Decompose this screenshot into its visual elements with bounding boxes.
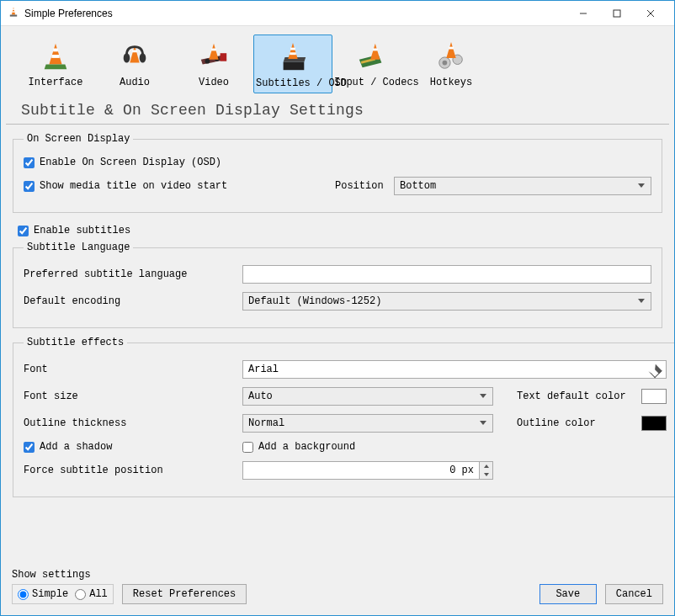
titlebar: Simple Preferences xyxy=(1,1,674,26)
add-shadow-checkbox[interactable]: Add a shadow xyxy=(24,441,234,453)
category-tabs: Interface Audio Video Subtitles / OSD In… xyxy=(1,26,674,98)
preferred-language-input[interactable] xyxy=(242,265,651,284)
cone-icon xyxy=(18,40,93,73)
simple-radio-input[interactable] xyxy=(18,589,29,600)
tab-interface[interactable]: Interface xyxy=(16,35,95,93)
cancel-button[interactable]: Cancel xyxy=(605,584,663,604)
film-cone-icon xyxy=(176,40,252,73)
language-legend: Subtitle Language xyxy=(24,242,133,253)
force-position-spinner[interactable] xyxy=(479,462,492,479)
enable-subtitles-checkbox[interactable]: Enable subtitles xyxy=(18,225,130,236)
default-encoding-label: Default encoding xyxy=(24,295,234,307)
tab-input[interactable]: Input / Codecs xyxy=(332,35,412,93)
save-button[interactable]: Save xyxy=(539,584,597,604)
add-shadow-input[interactable] xyxy=(24,442,35,453)
svg-rect-21 xyxy=(221,53,227,61)
svg-marker-11 xyxy=(45,65,67,70)
simple-radio[interactable]: Simple xyxy=(18,588,68,600)
tab-video-label: Video xyxy=(176,77,252,88)
force-position-input[interactable] xyxy=(242,461,493,480)
enable-osd-checkbox[interactable]: Enable On Screen Display (OSD) xyxy=(24,157,221,168)
show-media-title-input[interactable] xyxy=(24,181,35,192)
svg-point-15 xyxy=(140,53,146,62)
svg-rect-20 xyxy=(211,49,216,51)
svg-marker-36 xyxy=(484,465,489,468)
svg-rect-1 xyxy=(13,9,14,10)
osd-group: On Screen Display Enable On Screen Displ… xyxy=(13,133,662,213)
add-shadow-label: Add a shadow xyxy=(40,441,112,453)
close-button[interactable] xyxy=(634,2,667,25)
app-icon xyxy=(8,6,19,20)
font-size-select[interactable] xyxy=(242,387,493,406)
effects-legend: Subtitle effects xyxy=(24,337,127,348)
svg-marker-0 xyxy=(12,7,15,14)
all-radio[interactable]: All xyxy=(75,588,108,600)
svg-rect-25 xyxy=(290,48,295,50)
tab-subtitles[interactable]: Subtitles / OSD xyxy=(253,35,332,93)
svg-marker-22 xyxy=(284,62,305,71)
outline-thickness-label: Outline thickness xyxy=(24,417,234,429)
maximize-button[interactable] xyxy=(600,2,634,25)
force-position-label: Force subtitle position xyxy=(24,465,234,476)
enable-subtitles-label: Enable subtitles xyxy=(34,225,130,236)
svg-marker-37 xyxy=(484,473,489,476)
all-radio-label: All xyxy=(89,588,108,600)
svg-point-14 xyxy=(124,53,130,62)
position-label: Position xyxy=(335,180,385,192)
svg-rect-35 xyxy=(449,47,454,50)
tab-audio-label: Audio xyxy=(97,77,173,88)
font-size-label: Font size xyxy=(24,390,234,402)
svg-marker-19 xyxy=(209,44,218,60)
outline-color-swatch[interactable] xyxy=(641,416,667,431)
outline-thickness-select[interactable] xyxy=(242,414,493,433)
svg-rect-5 xyxy=(614,10,620,17)
svg-rect-9 xyxy=(53,49,58,52)
page-title: Subtitle & On Screen Display Settings xyxy=(6,98,669,125)
headphones-cone-icon xyxy=(97,40,173,73)
subtitle-language-group: Subtitle Language Preferred subtitle lan… xyxy=(13,242,662,328)
svg-rect-26 xyxy=(290,52,296,55)
window-title-wrap: Simple Preferences xyxy=(8,6,566,20)
default-encoding-select[interactable] xyxy=(242,292,651,311)
gear-cone-icon xyxy=(413,40,489,73)
spin-down-icon[interactable] xyxy=(479,470,492,479)
subtitle-effects-group: Subtitle effects Font Font size Text def… xyxy=(13,337,675,497)
svg-marker-34 xyxy=(446,42,455,58)
tab-input-label: Input / Codecs xyxy=(334,77,410,88)
card-cone-icon xyxy=(334,40,410,73)
svg-marker-8 xyxy=(49,44,61,65)
add-background-label: Add a background xyxy=(258,441,355,453)
add-background-input[interactable] xyxy=(242,442,253,453)
font-select[interactable] xyxy=(242,360,667,379)
svg-marker-29 xyxy=(370,44,380,60)
svg-rect-3 xyxy=(10,15,17,17)
svg-rect-2 xyxy=(12,11,14,12)
text-color-label: Text default color xyxy=(517,390,633,402)
enable-osd-input[interactable] xyxy=(24,157,35,168)
bottom-bar: Show settings Simple All Reset Preferenc… xyxy=(0,562,675,616)
enable-subtitles-input[interactable] xyxy=(18,226,29,236)
svg-marker-24 xyxy=(288,43,297,59)
enable-osd-label: Enable On Screen Display (OSD) xyxy=(40,157,221,168)
tab-hotkeys[interactable]: Hotkeys xyxy=(412,35,491,93)
add-background-checkbox[interactable]: Add a background xyxy=(242,441,493,453)
show-settings-label: Show settings xyxy=(12,569,114,581)
tab-hotkeys-label: Hotkeys xyxy=(413,77,489,88)
show-settings-group: Simple All xyxy=(12,584,114,604)
reset-preferences-button[interactable]: Reset Preferences xyxy=(122,584,247,604)
tab-video[interactable]: Video xyxy=(174,35,253,93)
svg-rect-10 xyxy=(51,55,60,58)
svg-rect-13 xyxy=(132,50,137,52)
text-color-swatch[interactable] xyxy=(641,389,667,404)
tab-audio[interactable]: Audio xyxy=(95,35,174,93)
position-select[interactable] xyxy=(394,177,651,195)
all-radio-input[interactable] xyxy=(75,589,86,600)
simple-radio-label: Simple xyxy=(32,588,68,600)
tab-interface-label: Interface xyxy=(18,77,93,88)
font-label: Font xyxy=(24,364,234,375)
svg-rect-30 xyxy=(373,49,378,51)
osd-legend: On Screen Display xyxy=(24,133,133,145)
spin-up-icon[interactable] xyxy=(479,462,492,470)
show-media-title-checkbox[interactable]: Show media title on video start xyxy=(24,180,327,192)
minimize-button[interactable] xyxy=(566,2,600,25)
